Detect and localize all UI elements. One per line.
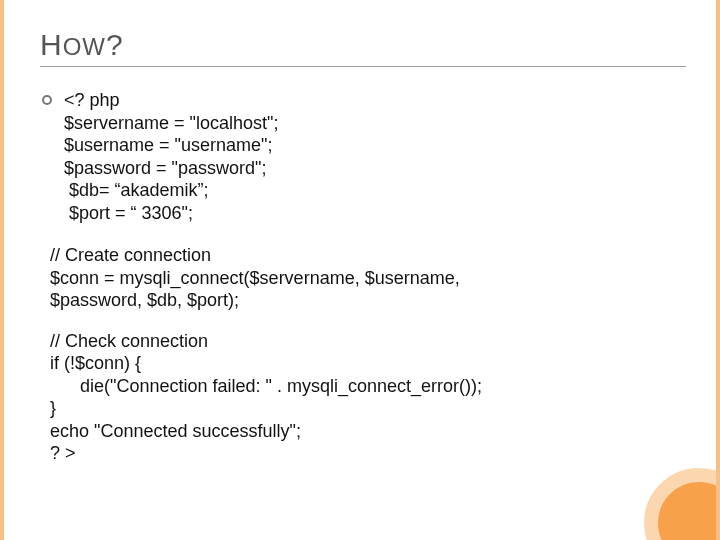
title-rest: OW (63, 33, 106, 60)
code-line: if (!$conn) { (50, 352, 686, 375)
code-line: $username = "username"; (64, 134, 278, 157)
code-line: $conn = mysqli_connect($servername, $use… (50, 267, 686, 290)
slide-title: HOW? (40, 28, 686, 67)
code-line: // Check connection (50, 330, 686, 353)
code-line: $port = “ 3306"; (64, 202, 278, 225)
code-block-vars: <? php $servername = "localhost"; $usern… (64, 89, 278, 224)
code-line: echo "Connected successfully"; (50, 420, 686, 443)
code-block-connection: // Create connection $conn = mysqli_conn… (50, 244, 686, 312)
bullet-icon (42, 95, 52, 105)
code-line: $db= “akademik”; (64, 179, 278, 202)
code-line: ? > (50, 442, 686, 465)
code-line: $password, $db, $port); (50, 289, 686, 312)
title-cap-h: H (40, 28, 63, 61)
content-area: HOW? <? php $servername = "localhost"; $… (4, 0, 716, 485)
code-line: die("Connection failed: " . mysqli_conne… (50, 375, 686, 398)
bullet-item: <? php $servername = "localhost"; $usern… (42, 89, 686, 224)
code-line: $password = "password"; (64, 157, 278, 180)
code-line: } (50, 397, 686, 420)
code-line: $servername = "localhost"; (64, 112, 278, 135)
code-line: <? php (64, 89, 278, 112)
code-block-check: // Check connection if (!$conn) { die("C… (50, 330, 686, 465)
title-qmark: ? (106, 28, 124, 61)
code-line: // Create connection (50, 244, 686, 267)
slide: HOW? <? php $servername = "localhost"; $… (0, 0, 720, 540)
